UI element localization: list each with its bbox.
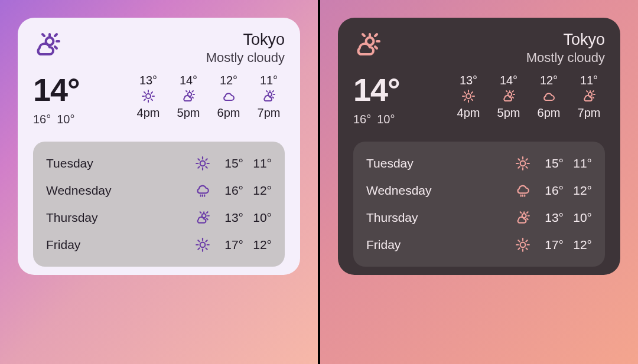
hour-label: 6pm [533,106,565,120]
daily-row: Thursday13°10° [46,204,272,231]
hour-temp: 14° [172,74,204,87]
hour-slot: 11°7pm [573,74,605,120]
day-low: 11° [564,156,592,170]
day-label: Wednesday [366,183,515,198]
day-label: Thursday [46,211,195,225]
weather-panel-light: Tokyo Mostly cloudy 14° 16°10° 13°4pm14°… [0,0,319,364]
day-icon [515,183,535,198]
day-icon [515,237,535,252]
hour-slot: 12°6pm [213,74,245,120]
hour-icon [573,88,605,104]
daily-row: Friday17°12° [366,231,592,258]
current-high: 16° [33,113,51,126]
day-label: Friday [366,238,515,252]
daily-forecast: Tuesday15°11°Wednesday16°12°Thursday13°1… [353,142,605,267]
daily-row: Wednesday16°12° [366,177,592,204]
day-low: 11° [243,156,272,170]
daily-row: Wednesday16°12° [46,177,272,204]
hour-icon [172,88,204,104]
daily-row: Tuesday15°11° [46,150,272,177]
hour-label: 5pm [493,106,525,120]
current-condition-icon [353,31,382,59]
day-icon [515,210,535,225]
hour-temp: 12° [213,74,245,87]
daily-row: Thursday13°10° [366,204,592,231]
condition-label: Mostly cloudy [206,50,285,65]
day-high: 16° [215,183,243,198]
hour-icon [132,88,164,104]
current-condition-icon [33,31,61,59]
day-high: 15° [535,156,564,170]
hour-icon [213,88,245,104]
current-temp: 14° [33,71,81,108]
day-low: 12° [243,238,272,252]
hour-label: 4pm [453,106,484,120]
day-high: 13° [535,211,564,225]
hour-temp: 12° [533,74,565,87]
hour-label: 7pm [573,106,605,120]
day-label: Tuesday [366,156,515,170]
day-low: 12° [564,183,592,198]
hour-label: 4pm [132,106,164,120]
weather-panel-dark: Tokyo Mostly cloudy 14° 16°10° 13°4pm14°… [319,0,638,364]
hour-icon [453,88,484,104]
day-low: 12° [564,238,592,252]
hour-label: 5pm [172,106,204,120]
day-icon [195,237,215,252]
hourly-forecast: 13°4pm14°5pm12°6pm11°7pm [453,74,605,120]
day-high: 17° [215,238,243,252]
day-label: Tuesday [46,156,195,170]
hour-slot: 13°4pm [453,74,484,120]
hour-temp: 14° [493,74,525,87]
current-temp: 14° [353,71,401,108]
hour-slot: 11°7pm [253,74,285,120]
day-high: 17° [535,238,564,252]
hour-slot: 13°4pm [132,74,164,120]
daily-row: Friday17°12° [46,231,272,258]
condition-label: Mostly cloudy [526,50,605,65]
current-low: 10° [377,113,395,126]
hour-label: 6pm [213,106,245,120]
hour-icon [533,88,565,104]
hourly-forecast: 13°4pm14°5pm12°6pm11°7pm [132,74,285,120]
weather-card[interactable]: Tokyo Mostly cloudy 14° 16°10° 13°4pm14°… [18,18,300,275]
weather-card[interactable]: Tokyo Mostly cloudy 14° 16°10° 13°4pm14°… [338,18,620,275]
daily-forecast: Tuesday15°11°Wednesday16°12°Thursday13°1… [33,142,285,267]
day-label: Wednesday [46,183,195,198]
day-icon [195,156,215,171]
day-label: Thursday [366,211,515,225]
day-low: 10° [564,211,592,225]
day-label: Friday [46,238,195,252]
day-high: 15° [215,156,243,170]
day-icon [195,210,215,225]
current-low: 10° [57,113,74,126]
hour-icon [253,88,285,104]
daily-row: Tuesday15°11° [366,150,592,177]
day-high: 13° [215,211,243,225]
day-low: 10° [243,211,272,225]
day-low: 12° [243,183,272,198]
hour-temp: 13° [132,74,164,87]
city-label: Tokyo [526,31,605,49]
hour-temp: 11° [573,74,605,87]
hour-slot: 12°6pm [533,74,565,120]
day-icon [515,156,535,171]
hour-temp: 11° [253,74,285,87]
hour-temp: 13° [453,74,484,87]
hour-slot: 14°5pm [493,74,525,120]
day-icon [195,183,215,198]
day-high: 16° [535,183,564,198]
hour-label: 7pm [253,106,285,120]
current-high: 16° [353,113,371,126]
hour-slot: 14°5pm [172,74,204,120]
hour-icon [493,88,525,104]
city-label: Tokyo [206,31,285,49]
